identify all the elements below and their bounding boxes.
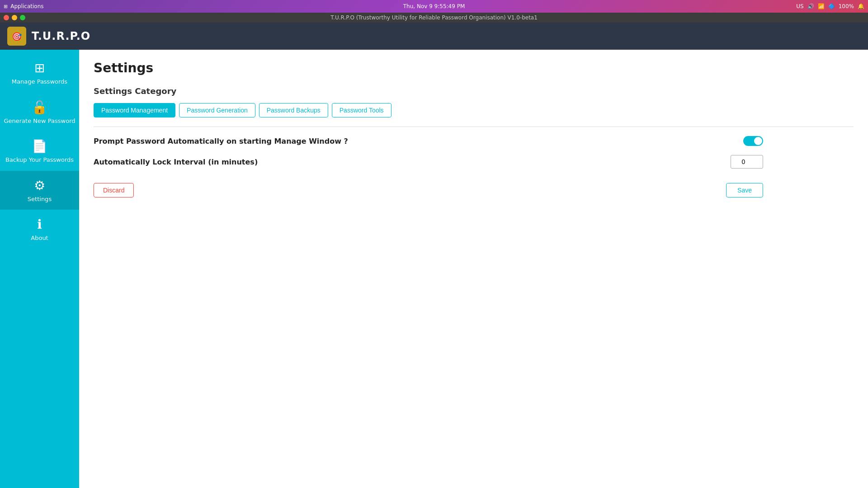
close-button[interactable]: [4, 15, 9, 20]
tab-password-management[interactable]: Password Management: [94, 103, 175, 117]
sidebar-item-generate-password[interactable]: 🔓 Generate New Password: [0, 93, 79, 132]
app-menu-icon: ⊞: [4, 4, 8, 9]
window-chrome: T.U.R.P.O (Trustworthy Utility for Relia…: [0, 13, 868, 23]
sidebar-label-manage-passwords: Manage Passwords: [12, 78, 67, 85]
top-bar: ⊞ Applications Thu, Nov 9 9:55:49 PM US …: [0, 0, 868, 13]
divider: [94, 127, 854, 127]
toggle-slider: [743, 136, 763, 146]
settings-row-prompt: Prompt Password Automatically on startin…: [94, 136, 854, 146]
sidebar-item-about[interactable]: ℹ About: [0, 210, 79, 249]
about-icon: ℹ: [37, 217, 42, 232]
settings-row-lock-interval: Automatically Lock Interval (in minutes): [94, 155, 854, 169]
sidebar-item-manage-passwords[interactable]: ⊞ Manage Passwords: [0, 53, 79, 93]
section-label: Settings Category: [94, 86, 854, 96]
tab-password-tools[interactable]: Password Tools: [332, 103, 392, 117]
top-bar-left: ⊞ Applications: [4, 3, 44, 9]
content-area: Settings Settings Category Password Mana…: [79, 50, 868, 488]
sidebar-label-backup-passwords: Backup Your Passwords: [5, 156, 74, 164]
bluetooth-icon: 🔷: [828, 3, 835, 9]
sidebar-item-settings[interactable]: ⚙ Settings: [0, 171, 79, 210]
discard-button[interactable]: Discard: [94, 183, 134, 197]
generate-password-icon: 🔓: [32, 100, 47, 115]
save-button[interactable]: Save: [726, 183, 763, 197]
page-title: Settings: [94, 61, 854, 75]
prompt-toggle[interactable]: [743, 136, 763, 146]
prompt-label: Prompt Password Automatically on startin…: [94, 137, 348, 145]
manage-passwords-icon: ⊞: [34, 61, 45, 75]
sidebar-label-about: About: [31, 235, 48, 242]
logo-icon: 🎯: [12, 32, 22, 41]
tab-password-backups[interactable]: Password Backups: [259, 103, 328, 117]
main-layout: ⊞ Manage Passwords 🔓 Generate New Passwo…: [0, 50, 868, 488]
volume-icon: 🔊: [807, 3, 814, 9]
keyboard-indicator: US: [796, 3, 803, 9]
sidebar-label-settings: Settings: [28, 196, 52, 203]
lock-interval-input[interactable]: [731, 155, 763, 169]
settings-icon: ⚙: [34, 178, 45, 193]
app-logo: 🎯: [7, 27, 26, 46]
app-menu-label[interactable]: Applications: [10, 3, 43, 9]
sidebar-item-backup-passwords[interactable]: 📄 Backup Your Passwords: [0, 131, 79, 171]
minimize-button[interactable]: [12, 15, 17, 20]
app-title: T.U.R.P.O: [32, 30, 90, 42]
tab-password-generation[interactable]: Password Generation: [179, 103, 255, 117]
window-title: T.U.R.P.O (Trustworthy Utility for Relia…: [330, 14, 538, 21]
wifi-icon: 📶: [818, 3, 825, 9]
backup-passwords-icon: 📄: [32, 139, 47, 154]
app-header: 🎯 T.U.R.P.O: [0, 23, 868, 50]
top-bar-right: US 🔊 📶 🔷 100% 🔔: [796, 3, 864, 9]
battery-indicator: 100%: [839, 3, 854, 9]
top-bar-datetime: Thu, Nov 9 9:55:49 PM: [403, 3, 465, 9]
sidebar: ⊞ Manage Passwords 🔓 Generate New Passwo…: [0, 50, 79, 488]
maximize-button[interactable]: [20, 15, 25, 20]
notification-icon: 🔔: [858, 3, 864, 9]
buttons-row: Discard Save: [94, 183, 854, 197]
sidebar-label-generate-password: Generate New Password: [4, 117, 75, 125]
traffic-lights: [4, 15, 25, 20]
lock-interval-label: Automatically Lock Interval (in minutes): [94, 158, 258, 166]
tab-bar: Password Management Password Generation …: [94, 103, 854, 117]
